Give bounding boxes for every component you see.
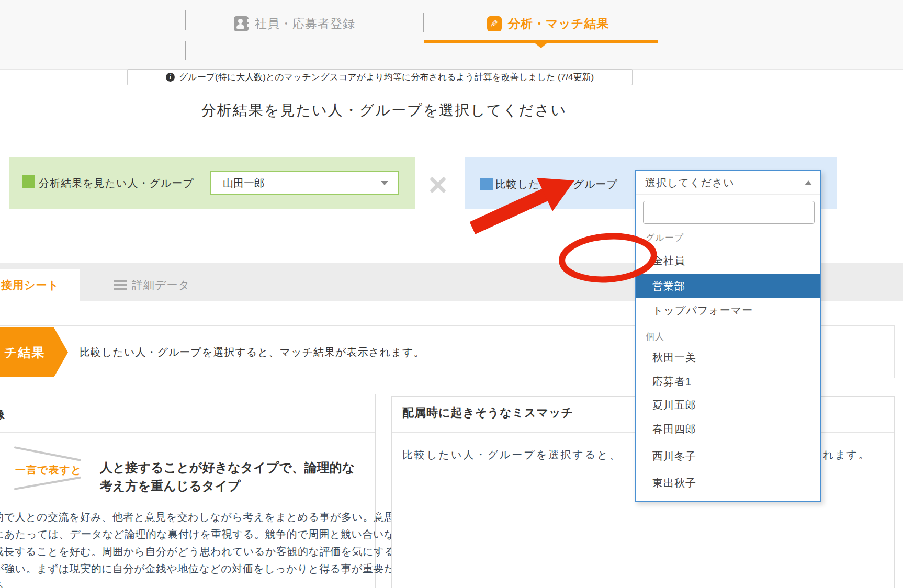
match-result-ribbon: チ結果: [0, 327, 68, 377]
personality-body-line: る: [0, 579, 4, 588]
dropdown-item-person[interactable]: 東出秋子: [636, 471, 820, 495]
dropdown-item-top-performer[interactable]: トップパフォーマー: [636, 298, 820, 322]
personality-body-line: が強い。まずは現実的に自分が金銭や地位などの対価をしっかりと得る事が重要だ: [0, 562, 395, 576]
dropdown-item-sales-dept[interactable]: 営業部: [636, 274, 820, 298]
tab-interview-sheet[interactable]: 接用シート: [0, 269, 80, 301]
page-title: 分析結果を見たい人・グループを選択してください: [0, 100, 768, 120]
dropdown-item-person[interactable]: 西川冬子: [636, 444, 820, 468]
tab-interview-sheet-label: 接用シート: [1, 278, 59, 292]
bracket-line-top: [14, 446, 81, 461]
tab-detail-data-label: 詳細データ: [132, 278, 190, 292]
chevron-up-icon: [805, 180, 812, 185]
mismatch-body-right: れます。: [823, 448, 870, 462]
nav-divider: [185, 10, 186, 30]
analysis-target-panel: 分析結果を見たい人・グループ 山田一郎: [9, 157, 415, 209]
compare-target-dropdown: 選択してください グループ 全社員 営業部 トップパフォーマー 個人 秋田一美 …: [635, 170, 821, 502]
card-divider: [0, 432, 375, 433]
dropdown-item-person[interactable]: 夏川五郎: [636, 393, 820, 417]
green-square-icon: [22, 175, 35, 188]
personality-body-line: 的で人との交流を好み、他者と意見を交わしながら考えをまとめる事が多い。意思: [0, 510, 395, 524]
address-book-icon: [234, 16, 249, 31]
tab-employee-register[interactable]: 社員・応募者登録: [234, 16, 355, 32]
update-notice-banner: i グループ(特に大人数)とのマッチングスコアがより均等に分布されるよう計算を改…: [127, 69, 633, 85]
analysis-target-value: 山田一郎: [223, 176, 265, 190]
blue-square-icon: [480, 178, 493, 190]
personality-card: 像 一言で表すと 人と接することが好きなタイプで、論理的な 考え方を重んじるタイ…: [0, 394, 376, 588]
dropdown-item-all-employees[interactable]: 全社員: [636, 248, 820, 273]
bracket-line-bottom: [14, 476, 82, 490]
compare-target-label: 比較したい人・グループ: [495, 177, 618, 191]
tab-analysis-match[interactable]: ✎ 分析・マッチ結果: [487, 16, 609, 32]
match-result-message: 比較したい人・グループを選択すると、マッチ結果が表示されます。: [80, 326, 424, 379]
compare-target-select[interactable]: 選択してください: [636, 171, 820, 195]
update-notice-text: グループ(特に大人数)とのマッチングスコアがより均等に分布されるよう計算を改善し…: [179, 71, 594, 83]
dropdown-item-person[interactable]: 応募者1: [636, 369, 820, 393]
match-result-ribbon-label: チ結果: [4, 344, 46, 361]
dropdown-group-header: グループ: [646, 232, 684, 244]
mismatch-body-left: 比較したい人・グループを選択すると、: [402, 448, 622, 462]
chevron-down-icon: [381, 181, 388, 185]
info-icon: i: [166, 73, 175, 82]
analysis-target-select[interactable]: 山田一郎: [210, 171, 399, 195]
close-icon[interactable]: [428, 175, 448, 195]
tab-detail-data[interactable]: 詳細データ: [114, 276, 190, 294]
mismatch-card-title: 配属時に起きそうなミスマッチ: [402, 405, 573, 421]
compare-target-select-value: 選択してください: [645, 176, 735, 190]
tab-analysis-match-label: 分析・マッチ結果: [508, 16, 609, 32]
type-summary-line1: 人と接することが好きなタイプで、論理的な: [100, 459, 355, 476]
one-word-label: 一言で表すと: [15, 463, 82, 477]
dropdown-search-input[interactable]: [643, 201, 815, 224]
dropdown-person-header: 個人: [646, 331, 664, 343]
list-icon: [114, 280, 127, 290]
page: 社員・応募者登録 ✎ 分析・マッチ結果 i グループ(特に大人数)とのマッチング…: [0, 0, 903, 588]
personality-card-title-fragment: 像: [0, 407, 5, 423]
tab-employee-register-label: 社員・応募者登録: [255, 16, 355, 32]
personality-body-line: 成長することを好む。周囲から自分がどう思われているか客観的な評価を気にする: [0, 545, 396, 559]
pencil-icon: ✎: [487, 16, 502, 31]
nav-divider: [185, 41, 186, 60]
dropdown-item-person[interactable]: 秋田一美: [636, 345, 820, 369]
analysis-target-label: 分析結果を見たい人・グループ: [39, 176, 194, 190]
type-summary-line2: 考え方を重んじるタイプ: [100, 478, 241, 494]
dropdown-item-person[interactable]: 春田四郎: [636, 417, 820, 441]
personality-body-line: にあたっては、データなど論理的な裏付けを重視する。競争的で周囲と競い合いな: [0, 527, 395, 541]
nav-divider: [423, 13, 424, 32]
top-navigation-bar: 社員・応募者登録 ✎ 分析・マッチ結果: [0, 0, 903, 70]
active-tab-caret: [535, 43, 547, 48]
